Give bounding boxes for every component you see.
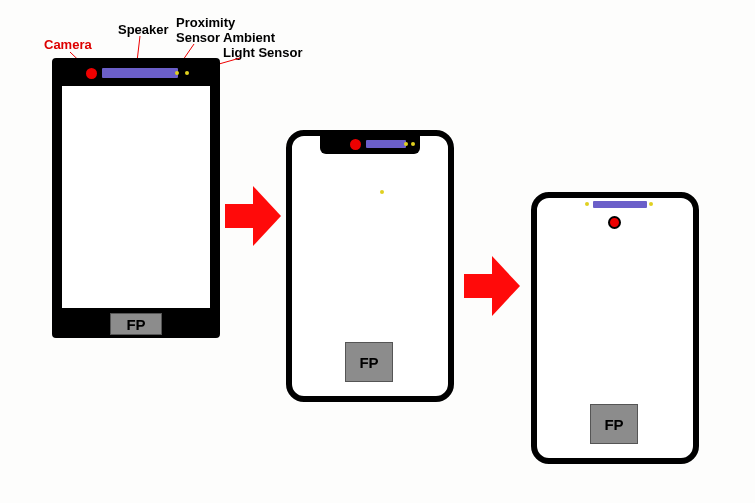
camera-label: Camera bbox=[44, 37, 92, 53]
notch bbox=[320, 136, 420, 154]
arrow-icon bbox=[464, 256, 516, 316]
speaker-bar bbox=[593, 201, 647, 208]
speaker-label: Speaker bbox=[118, 22, 169, 38]
fingerprint-label: FP bbox=[110, 313, 162, 335]
camera-icon bbox=[350, 139, 361, 150]
ambient-label-line1: Ambient bbox=[223, 30, 275, 46]
fingerprint-label: FP bbox=[345, 342, 393, 382]
speaker-bar bbox=[102, 68, 178, 78]
camera-icon bbox=[86, 68, 97, 79]
ambient-label-line2: Light Sensor bbox=[223, 45, 302, 61]
arrow-icon bbox=[225, 186, 277, 246]
camera-icon bbox=[608, 216, 621, 229]
ambient-light-sensor-icon bbox=[185, 71, 189, 75]
proximity-label-line2: Sensor bbox=[176, 30, 220, 46]
fp-text: FP bbox=[604, 416, 623, 433]
ambient-light-sensor-icon bbox=[649, 202, 653, 206]
proximity-sensor-icon bbox=[404, 142, 408, 146]
speaker-bar bbox=[366, 140, 406, 148]
ambient-light-sensor-icon bbox=[411, 142, 415, 146]
proximity-sensor-icon bbox=[585, 202, 589, 206]
fp-text: FP bbox=[126, 316, 145, 333]
proximity-sensor-icon bbox=[175, 71, 179, 75]
stray-sensor-icon bbox=[380, 190, 384, 194]
fp-text: FP bbox=[359, 354, 378, 371]
phone-gen1: FP bbox=[52, 58, 220, 338]
proximity-label-line1: Proximity bbox=[176, 15, 235, 31]
phone-gen2: FP bbox=[286, 130, 454, 402]
fingerprint-label: FP bbox=[590, 404, 638, 444]
phone-gen3: FP bbox=[531, 192, 699, 464]
